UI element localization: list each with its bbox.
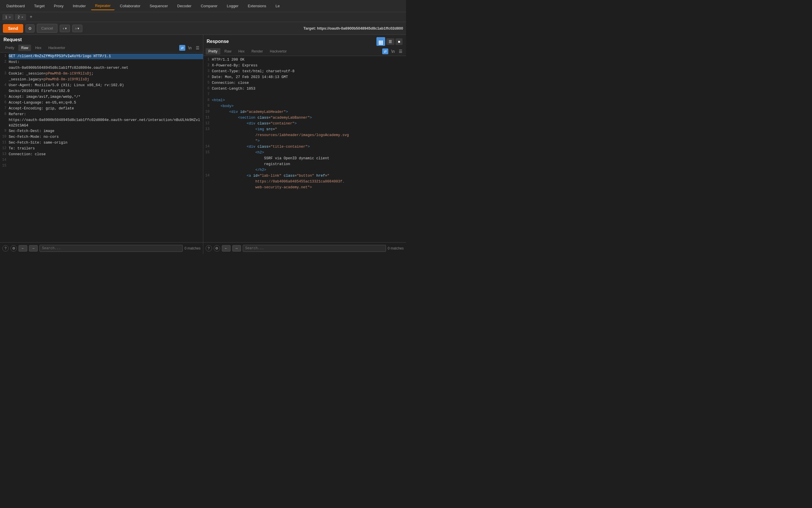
response-line-15: 15 <h2>	[203, 150, 406, 156]
request-line-8b: https://oauth-0a6900b5048945d8c1ab1ffc02…	[0, 118, 203, 129]
response-settings-button[interactable]: ⚙	[214, 245, 220, 252]
response-panel: Response ☰ ■ Pretty Raw Hex Render Hackv…	[203, 35, 406, 242]
nav-dashboard[interactable]: Dashboard	[2, 2, 29, 10]
response-line-4: 4 Date: Mon, 27 Feb 2023 14:48:13 GMT	[203, 75, 406, 80]
response-bottom-panel: ? ⚙ ← → 0 matches	[203, 243, 406, 254]
request-line-9: 9 Sec-Fetch-Dest: image	[0, 129, 203, 134]
request-line-4a: 4 User-Agent: Mozilla/5.0 (X11; Linux x8…	[0, 83, 203, 88]
tab-1-close[interactable]: ×	[9, 15, 11, 19]
request-tab-raw[interactable]: Raw	[18, 45, 31, 51]
request-newline-button[interactable]: \n	[187, 45, 193, 51]
request-line-12: 12 Te: trailers	[0, 146, 203, 152]
response-tab-pretty[interactable]: Pretty	[206, 48, 220, 54]
request-line-3b: _session.legacy=pPmwMhB-8m-iC9YRlIsDj	[0, 77, 203, 83]
response-line-6: 6 Content-Length: 1053	[203, 86, 406, 92]
request-search-input[interactable]	[39, 245, 183, 252]
response-help-button[interactable]: ?	[206, 245, 212, 252]
response-grid-view-button[interactable]	[376, 37, 385, 46]
response-newline-button[interactable]: \n	[390, 48, 396, 54]
request-line-13: 13 Connection: close	[0, 152, 203, 158]
response-wrap-button[interactable]: ⇄	[382, 48, 388, 54]
request-settings-button[interactable]: ⚙	[10, 245, 17, 252]
tab-add-button[interactable]: +	[27, 13, 35, 21]
request-wrap-button[interactable]: ⇄	[179, 45, 185, 51]
request-search-back-button[interactable]: ←	[18, 245, 27, 252]
response-tabs: Pretty Raw Hex Render Hackvertor ⇄ \n ☰	[203, 47, 406, 56]
response-list-view-button[interactable]: ☰	[386, 38, 394, 45]
nav-comparer[interactable]: Comparer	[197, 2, 222, 10]
response-line-17: registration	[203, 162, 406, 167]
request-line-5: 5 Accept: image/avif,image/webp,*/*	[0, 94, 203, 100]
main-content: Request Pretty Raw Hex Hackvertor ⇄ \n ☰…	[0, 35, 406, 242]
response-line-13b: /resources/labheader/images/logoAcademy.…	[203, 133, 406, 138]
request-line-4b: Gecko/20100101 Firefox/102.0	[0, 88, 203, 94]
nav-logger[interactable]: Logger	[223, 2, 242, 10]
request-line-15: 15	[0, 163, 203, 169]
response-tab-hex[interactable]: Hex	[235, 48, 247, 54]
response-search-forward-button[interactable]: →	[232, 245, 241, 252]
response-line-13a: 13 <img src="	[203, 127, 406, 133]
response-line-19a: 14 <a id="lab-link" class="button" href=…	[203, 173, 406, 179]
response-tab-render[interactable]: Render	[249, 48, 266, 54]
tab-1[interactable]: 1 ×	[2, 14, 14, 20]
request-tab-hex[interactable]: Hex	[32, 45, 44, 51]
request-menu-button[interactable]: ☰	[194, 45, 201, 51]
response-line-1: 1 HTTP/1.1 200 OK	[203, 57, 406, 63]
nav-extensions[interactable]: Extensions	[243, 2, 270, 10]
request-tab-hackvertor[interactable]: Hackvertor	[46, 45, 68, 51]
target-info: Target: https://oauth-0a6900b5048945d8c1…	[303, 26, 403, 31]
nav-target[interactable]: Target	[30, 2, 49, 10]
nav-sequencer[interactable]: Sequencer	[146, 2, 172, 10]
response-line-11: 11 <section class="academyLabBanner">	[203, 115, 406, 121]
nav-repeater[interactable]: Repeater	[91, 2, 115, 10]
request-line-11: 11 Sec-Fetch-Site: same-origin	[0, 140, 203, 146]
response-menu-button[interactable]: ☰	[398, 48, 404, 54]
response-line-2: 2 X-Powered-By: Express	[203, 63, 406, 69]
request-search-forward-button[interactable]: →	[29, 245, 38, 252]
response-line-19c: web-security-academy.net">	[203, 185, 406, 190]
nav-le[interactable]: Le	[271, 2, 284, 10]
response-line-8: 8 <html>	[203, 98, 406, 103]
nav-bar: Dashboard Target Proxy Intruder Repeater…	[0, 0, 406, 12]
response-line-16: SSRF via OpenID dynamic client	[203, 156, 406, 162]
send-button[interactable]: Send	[3, 24, 23, 33]
request-code-area[interactable]: 1 GET /client/RnZsZfMVpfPS3fvIwXoY6/logo…	[0, 52, 203, 242]
request-line-7: 7 Accept-Encoding: gzip, deflate	[0, 106, 203, 112]
request-bottom-panel: ? ⚙ ← → 0 matches	[0, 243, 203, 254]
request-panel: Request Pretty Raw Hex Hackvertor ⇄ \n ☰…	[0, 35, 203, 242]
nav-intruder[interactable]: Intruder	[69, 2, 90, 10]
response-line-3: 3 Content-Type: text/html; charset=utf-8	[203, 69, 406, 75]
response-line-14: 14 <div class="title-container">	[203, 144, 406, 150]
response-matches: 0 matches	[388, 246, 404, 250]
nav-collaborator[interactable]: Collaborator	[116, 2, 144, 10]
response-line-13c: ">	[203, 138, 406, 144]
request-line-14: 14	[0, 158, 203, 163]
tab-2[interactable]: 2 ×	[15, 14, 26, 20]
request-tabs: Pretty Raw Hex Hackvertor ⇄ \n ☰	[0, 44, 203, 52]
response-search-input[interactable]	[243, 245, 386, 252]
request-help-button[interactable]: ?	[2, 245, 9, 252]
request-matches: 0 matches	[184, 246, 200, 250]
tab-2-label: 2	[18, 15, 20, 19]
nav-decoder[interactable]: Decoder	[173, 2, 195, 10]
tab-2-close[interactable]: ×	[21, 15, 23, 19]
request-line-10: 10 Sec-Fetch-Mode: no-cors	[0, 134, 203, 140]
cancel-button[interactable]: Cancel	[37, 24, 57, 33]
response-line-12: 12 <div class="container">	[203, 121, 406, 127]
request-line-6: 6 Accept-Language: en-US,en;q=0.5	[0, 100, 203, 106]
response-title: Response	[207, 39, 229, 44]
request-title: Request	[0, 35, 203, 44]
nav-proxy[interactable]: Proxy	[50, 2, 67, 10]
request-line-3a: 3 Cookie: _session=pPmwMhB-8m-iC9YRlIsDj…	[0, 71, 203, 77]
response-line-7: 7	[203, 92, 406, 98]
nav-back-button[interactable]: ‹ ▾	[60, 25, 70, 32]
response-tab-raw[interactable]: Raw	[222, 48, 234, 54]
response-alt-view-button[interactable]: ■	[396, 38, 403, 45]
request-tab-pretty[interactable]: Pretty	[2, 45, 17, 51]
response-code-area[interactable]: 1 HTTP/1.1 200 OK 2 X-Powered-By: Expres…	[203, 56, 406, 242]
settings-button[interactable]: ⚙	[26, 25, 35, 33]
nav-forward-button[interactable]: › ▾	[72, 25, 82, 32]
response-search-back-button[interactable]: ←	[222, 245, 231, 252]
response-tab-hackvertor[interactable]: Hackvertor	[267, 48, 290, 54]
response-line-9: 9 <body>	[203, 103, 406, 110]
